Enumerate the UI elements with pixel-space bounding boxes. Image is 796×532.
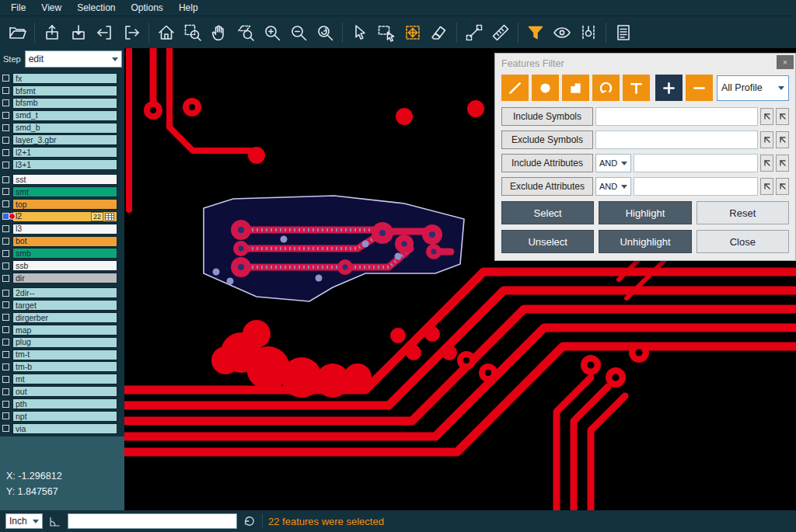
unit-select[interactable]: Inch [5,513,43,529]
include-symbols-input[interactable] [595,107,758,126]
layer-row-plug[interactable]: plug [0,336,124,349]
command-input[interactable] [68,513,237,529]
exclude-attributes-input[interactable] [634,177,758,196]
step-up-button[interactable] [40,20,65,45]
layer-name[interactable]: tm-b [12,361,117,372]
layer-visibility-checkbox[interactable] [2,376,9,383]
select-features-button[interactable] [400,20,425,45]
view-eye-button[interactable] [550,20,574,45]
layer-name[interactable]: map [12,325,117,336]
layer-name[interactable]: bot [12,236,117,247]
reset-button[interactable]: Reset [696,201,789,224]
zoom-reset-button[interactable] [312,20,337,45]
layer-row-bot[interactable]: bot [0,235,124,248]
layer-visibility-checkbox[interactable] [2,275,9,282]
unhighlight-button[interactable]: Unhighlight [599,230,691,253]
refresh-icon[interactable] [243,514,257,528]
layer-row-2dir[interactable]: 2dir-- [0,287,124,299]
include-attributes-pick-button[interactable] [760,155,773,172]
layer-row-map[interactable]: map [0,324,124,336]
step-down-button[interactable] [66,20,91,45]
filter-line-button[interactable] [501,75,529,101]
menu-item-file[interactable]: File [3,1,33,15]
layer-name[interactable]: via [12,423,117,434]
layer-name[interactable]: smt [12,186,117,197]
layer-visibility-checkbox[interactable] [2,176,9,183]
layer-visibility-checkbox[interactable] [2,314,9,321]
exclude-attributes-pick-add-button[interactable] [776,178,789,195]
layer-visibility-checkbox[interactable] [2,162,9,169]
layer-row-out[interactable]: out [0,385,124,398]
layer-name[interactable]: l3 [12,224,117,235]
layer-visibility-checkbox[interactable] [2,99,9,106]
exclude-symbols-pick-add-button[interactable] [776,131,789,148]
layer-name[interactable]: dir [12,273,117,283]
layer-visibility-checkbox[interactable] [2,124,9,131]
layer-name[interactable]: tm-t [12,349,117,360]
exclude-symbols-input[interactable] [595,130,758,149]
layer-row-target[interactable]: target [0,299,124,311]
layer-name[interactable]: pth [12,398,117,409]
layer-visibility-checkbox[interactable] [2,188,9,195]
export-button[interactable] [119,20,144,45]
exclude-attributes-button[interactable]: Exclude Attributes [501,177,593,196]
layer-visibility-checkbox[interactable] [2,137,9,144]
include-attributes-button[interactable]: Include Attributes [501,154,593,172]
filter-text-button[interactable] [623,75,650,101]
layer-name[interactable]: smd_t [12,110,117,121]
include-attributes-operator-select[interactable]: AND [595,154,631,172]
layer-name[interactable]: l3+1 [12,159,117,170]
layer-row-tm-t[interactable]: tm-t [0,349,124,361]
layer-row-mt[interactable]: mt [0,373,124,385]
layer-row-ssb[interactable]: ssb [0,259,124,272]
layer-name[interactable]: plug [12,337,117,348]
layer-visibility-checkbox[interactable] [2,112,9,119]
exclude-symbols-button[interactable]: Exclude Symbols [501,130,593,149]
layer-row-fx[interactable]: fx [0,72,124,85]
select-rect-button[interactable] [374,20,399,45]
dialog-titlebar[interactable]: Features Filter × [495,54,795,73]
layer-name[interactable]: 2dir-- [12,287,117,298]
layer-name[interactable]: target [12,300,117,311]
filter-pad-button[interactable] [532,75,559,101]
filter-button[interactable] [523,20,548,45]
layer-row-l2[interactable]: l222 [0,210,124,223]
measure-line-button[interactable] [462,20,487,45]
layer-visibility-checkbox[interactable] [2,263,9,269]
clear-highlight-button[interactable] [427,20,452,45]
remove-filter-button[interactable] [686,75,713,101]
layer-row-bfsmb[interactable]: bfsmb [0,97,124,110]
layer-row-pth[interactable]: pth [0,398,124,410]
layer-visibility-checkbox[interactable] [2,425,9,432]
ruler-button[interactable] [488,20,513,45]
filter-surface-button[interactable] [562,75,589,101]
layer-name[interactable]: top [12,199,117,210]
pointer-button[interactable] [347,20,372,45]
include-symbols-pick-button[interactable] [760,108,773,125]
profile-select[interactable]: All Profile [717,75,789,101]
layer-row-dir[interactable]: dir [0,272,124,284]
layer-name[interactable]: bfsmt [12,85,117,96]
close-icon[interactable]: × [777,55,794,69]
open-folder-button[interactable] [5,20,30,45]
layer-name[interactable]: ssb [12,260,117,271]
layer-visibility-checkbox[interactable] [2,250,9,257]
layer-row-sst[interactable]: sst [0,173,124,186]
zoom-in-button[interactable] [260,20,285,45]
layer-visibility-checkbox[interactable] [2,290,9,297]
zoom-window-button[interactable] [180,20,205,45]
layer-name[interactable]: mt [12,374,117,384]
layer-name[interactable]: dirgerber [12,312,117,323]
pan-hand-button[interactable] [207,20,232,45]
menu-item-options[interactable]: Options [124,1,171,15]
exclude-symbols-pick-button[interactable] [760,131,773,148]
layer-name[interactable]: smd_b [12,123,117,134]
layer-visibility-checkbox[interactable] [2,412,9,419]
report-button[interactable] [611,20,636,45]
layer-visibility-checkbox[interactable] [2,149,9,156]
layer-visibility-checkbox[interactable] [2,388,9,395]
layer-row-l3-1[interactable]: l3+1 [0,158,124,171]
layer-visibility-checkbox[interactable] [2,225,9,232]
layer-visibility-checkbox[interactable] [2,401,9,408]
layer-row-dirgerber[interactable]: dirgerber [0,311,124,324]
